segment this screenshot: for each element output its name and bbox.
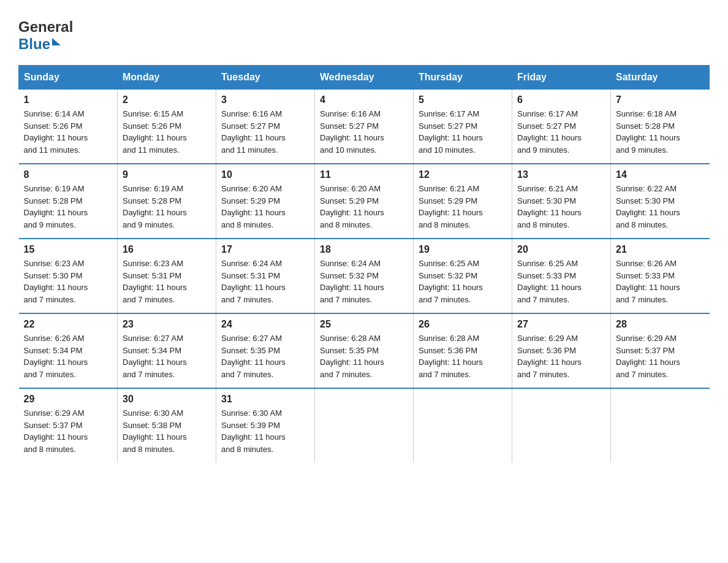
col-sunday: Sunday [19, 66, 118, 90]
col-thursday: Thursday [414, 66, 512, 90]
day-info: Sunrise: 6:24 AM Sunset: 5:32 PM Dayligh… [320, 258, 408, 305]
day-number: 1 [24, 94, 113, 105]
day-info: Sunrise: 6:17 AM Sunset: 5:27 PM Dayligh… [419, 108, 507, 156]
col-monday: Monday [118, 66, 216, 90]
calendar-cell: 1 Sunrise: 6:14 AM Sunset: 5:26 PM Dayli… [19, 90, 118, 164]
day-number: 15 [24, 244, 113, 255]
day-info: Sunrise: 6:23 AM Sunset: 5:30 PM Dayligh… [24, 258, 113, 305]
day-info: Sunrise: 6:29 AM Sunset: 5:37 PM Dayligh… [24, 407, 113, 455]
calendar-cell: 28 Sunrise: 6:29 AM Sunset: 5:37 PM Dayl… [611, 313, 710, 388]
calendar-week-row: 29 Sunrise: 6:29 AM Sunset: 5:37 PM Dayl… [19, 388, 710, 462]
calendar-cell: 17 Sunrise: 6:24 AM Sunset: 5:31 PM Dayl… [216, 239, 315, 313]
day-info: Sunrise: 6:24 AM Sunset: 5:31 PM Dayligh… [221, 258, 309, 305]
calendar-week-row: 1 Sunrise: 6:14 AM Sunset: 5:26 PM Dayli… [19, 90, 710, 164]
calendar-cell: 25 Sunrise: 6:28 AM Sunset: 5:35 PM Dayl… [315, 313, 414, 388]
calendar-cell: 15 Sunrise: 6:23 AM Sunset: 5:30 PM Dayl… [19, 239, 118, 313]
day-info: Sunrise: 6:14 AM Sunset: 5:26 PM Dayligh… [24, 108, 113, 156]
calendar-cell: 14 Sunrise: 6:22 AM Sunset: 5:30 PM Dayl… [611, 164, 710, 239]
day-info: Sunrise: 6:28 AM Sunset: 5:35 PM Dayligh… [320, 332, 408, 380]
day-number: 11 [320, 169, 408, 180]
day-info: Sunrise: 6:27 AM Sunset: 5:34 PM Dayligh… [123, 332, 211, 380]
calendar-cell: 22 Sunrise: 6:26 AM Sunset: 5:34 PM Dayl… [19, 313, 118, 388]
day-info: Sunrise: 6:28 AM Sunset: 5:36 PM Dayligh… [419, 332, 507, 380]
calendar-cell: 21 Sunrise: 6:26 AM Sunset: 5:33 PM Dayl… [611, 239, 710, 313]
calendar-table: Sunday Monday Tuesday Wednesday Thursday… [18, 65, 710, 462]
calendar-cell [611, 388, 710, 462]
day-number: 6 [517, 94, 605, 105]
calendar-cell: 3 Sunrise: 6:16 AM Sunset: 5:27 PM Dayli… [216, 90, 315, 164]
logo-arrow-icon [52, 38, 61, 45]
day-number: 25 [320, 319, 408, 330]
logo-blue-text: Blue [18, 36, 50, 53]
day-info: Sunrise: 6:30 AM Sunset: 5:38 PM Dayligh… [123, 407, 211, 455]
calendar-cell: 23 Sunrise: 6:27 AM Sunset: 5:34 PM Dayl… [118, 313, 216, 388]
calendar-cell: 13 Sunrise: 6:21 AM Sunset: 5:30 PM Dayl… [512, 164, 611, 239]
calendar-week-row: 8 Sunrise: 6:19 AM Sunset: 5:28 PM Dayli… [19, 164, 710, 239]
col-tuesday: Tuesday [216, 66, 315, 90]
calendar-cell: 27 Sunrise: 6:29 AM Sunset: 5:36 PM Dayl… [512, 313, 611, 388]
day-info: Sunrise: 6:20 AM Sunset: 5:29 PM Dayligh… [221, 183, 309, 231]
calendar-week-row: 15 Sunrise: 6:23 AM Sunset: 5:30 PM Dayl… [19, 239, 710, 313]
logo: General Blue [18, 18, 73, 53]
day-info: Sunrise: 6:29 AM Sunset: 5:37 PM Dayligh… [616, 332, 705, 380]
day-number: 30 [123, 394, 211, 405]
day-number: 20 [517, 244, 605, 255]
day-info: Sunrise: 6:27 AM Sunset: 5:35 PM Dayligh… [221, 332, 309, 380]
day-info: Sunrise: 6:19 AM Sunset: 5:28 PM Dayligh… [123, 183, 211, 231]
day-number: 26 [419, 319, 507, 330]
calendar-cell: 20 Sunrise: 6:25 AM Sunset: 5:33 PM Dayl… [512, 239, 611, 313]
day-info: Sunrise: 6:21 AM Sunset: 5:30 PM Dayligh… [517, 183, 605, 231]
day-info: Sunrise: 6:25 AM Sunset: 5:33 PM Dayligh… [517, 258, 605, 305]
day-info: Sunrise: 6:26 AM Sunset: 5:34 PM Dayligh… [24, 332, 113, 380]
calendar-cell [315, 388, 414, 462]
day-number: 7 [616, 94, 705, 105]
day-number: 8 [24, 169, 113, 180]
calendar-cell [512, 388, 611, 462]
day-number: 3 [221, 94, 309, 105]
col-wednesday: Wednesday [315, 66, 414, 90]
day-info: Sunrise: 6:21 AM Sunset: 5:29 PM Dayligh… [419, 183, 507, 231]
day-number: 28 [616, 319, 705, 330]
day-number: 9 [123, 169, 211, 180]
day-info: Sunrise: 6:23 AM Sunset: 5:31 PM Dayligh… [123, 258, 211, 305]
day-info: Sunrise: 6:30 AM Sunset: 5:39 PM Dayligh… [221, 407, 309, 455]
day-number: 19 [419, 244, 507, 255]
calendar-cell: 2 Sunrise: 6:15 AM Sunset: 5:26 PM Dayli… [118, 90, 216, 164]
day-info: Sunrise: 6:29 AM Sunset: 5:36 PM Dayligh… [517, 332, 605, 380]
col-friday: Friday [512, 66, 611, 90]
day-number: 13 [517, 169, 605, 180]
day-info: Sunrise: 6:16 AM Sunset: 5:27 PM Dayligh… [221, 108, 309, 156]
calendar-cell: 18 Sunrise: 6:24 AM Sunset: 5:32 PM Dayl… [315, 239, 414, 313]
calendar-cell: 12 Sunrise: 6:21 AM Sunset: 5:29 PM Dayl… [414, 164, 512, 239]
calendar-cell: 8 Sunrise: 6:19 AM Sunset: 5:28 PM Dayli… [19, 164, 118, 239]
day-number: 2 [123, 94, 211, 105]
calendar-cell: 7 Sunrise: 6:18 AM Sunset: 5:28 PM Dayli… [611, 90, 710, 164]
day-info: Sunrise: 6:25 AM Sunset: 5:32 PM Dayligh… [419, 258, 507, 305]
calendar-cell [414, 388, 512, 462]
day-number: 18 [320, 244, 408, 255]
day-number: 24 [221, 319, 309, 330]
day-number: 17 [221, 244, 309, 255]
day-number: 4 [320, 94, 408, 105]
day-info: Sunrise: 6:22 AM Sunset: 5:30 PM Dayligh… [616, 183, 705, 231]
day-number: 10 [221, 169, 309, 180]
day-number: 14 [616, 169, 705, 180]
day-number: 22 [24, 319, 113, 330]
calendar-cell: 24 Sunrise: 6:27 AM Sunset: 5:35 PM Dayl… [216, 313, 315, 388]
calendar-cell: 26 Sunrise: 6:28 AM Sunset: 5:36 PM Dayl… [414, 313, 512, 388]
day-number: 16 [123, 244, 211, 255]
day-info: Sunrise: 6:17 AM Sunset: 5:27 PM Dayligh… [517, 108, 605, 156]
calendar-cell: 10 Sunrise: 6:20 AM Sunset: 5:29 PM Dayl… [216, 164, 315, 239]
calendar-cell: 16 Sunrise: 6:23 AM Sunset: 5:31 PM Dayl… [118, 239, 216, 313]
day-number: 27 [517, 319, 605, 330]
calendar-cell: 9 Sunrise: 6:19 AM Sunset: 5:28 PM Dayli… [118, 164, 216, 239]
calendar-cell: 6 Sunrise: 6:17 AM Sunset: 5:27 PM Dayli… [512, 90, 611, 164]
day-number: 31 [221, 394, 309, 405]
day-number: 21 [616, 244, 705, 255]
day-number: 23 [123, 319, 211, 330]
logo-general-text: General [18, 18, 73, 36]
calendar-cell: 11 Sunrise: 6:20 AM Sunset: 5:29 PM Dayl… [315, 164, 414, 239]
calendar-cell: 30 Sunrise: 6:30 AM Sunset: 5:38 PM Dayl… [118, 388, 216, 462]
col-saturday: Saturday [611, 66, 710, 90]
day-info: Sunrise: 6:15 AM Sunset: 5:26 PM Dayligh… [123, 108, 211, 156]
